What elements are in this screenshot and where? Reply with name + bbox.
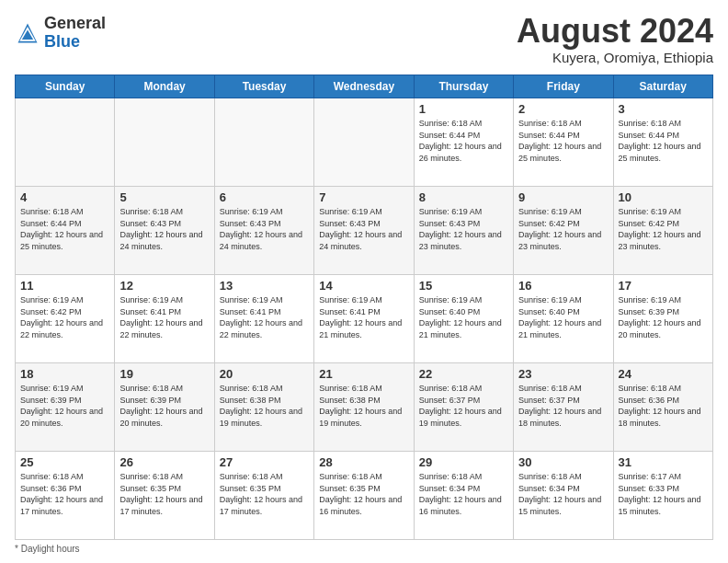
day-info: Sunrise: 6:18 AM Sunset: 6:38 PM Dayligh… xyxy=(319,383,408,429)
day-number: 24 xyxy=(619,367,708,381)
calendar-cell-20: 17Sunrise: 6:19 AM Sunset: 6:39 PM Dayli… xyxy=(613,275,712,363)
day-info: Sunrise: 6:19 AM Sunset: 6:43 PM Dayligh… xyxy=(419,206,508,252)
day-number: 19 xyxy=(119,367,209,381)
calendar-cell-4: 1Sunrise: 6:18 AM Sunset: 6:44 PM Daylig… xyxy=(414,98,513,187)
calendar-cell-0 xyxy=(16,98,115,187)
day-number: 15 xyxy=(419,279,508,293)
day-number: 5 xyxy=(119,190,209,204)
calendar-cell-7: 4Sunrise: 6:18 AM Sunset: 6:44 PM Daylig… xyxy=(16,187,115,275)
day-number: 22 xyxy=(419,367,508,381)
calendar-header-wednesday: Wednesday xyxy=(314,75,414,98)
calendar-cell-15: 12Sunrise: 6:19 AM Sunset: 6:41 PM Dayli… xyxy=(115,275,214,363)
day-info: Sunrise: 6:19 AM Sunset: 6:41 PM Dayligh… xyxy=(220,294,309,340)
calendar-cell-34: 31Sunrise: 6:17 AM Sunset: 6:33 PM Dayli… xyxy=(613,452,712,540)
day-info: Sunrise: 6:18 AM Sunset: 6:44 PM Dayligh… xyxy=(20,206,109,252)
calendar-cell-22: 19Sunrise: 6:18 AM Sunset: 6:39 PM Dayli… xyxy=(115,363,214,452)
day-number: 9 xyxy=(518,190,608,204)
calendar-cell-13: 10Sunrise: 6:19 AM Sunset: 6:42 PM Dayli… xyxy=(613,187,712,275)
day-number: 6 xyxy=(220,190,309,204)
day-number: 13 xyxy=(220,279,309,293)
logo-text: General Blue xyxy=(44,15,106,52)
day-number: 30 xyxy=(518,455,608,469)
day-info: Sunrise: 6:18 AM Sunset: 6:44 PM Dayligh… xyxy=(619,118,708,164)
logo-icon xyxy=(15,20,40,46)
day-number: 21 xyxy=(319,367,408,381)
day-number: 8 xyxy=(419,190,508,204)
calendar-cell-3 xyxy=(314,98,414,187)
calendar-header-row: SundayMondayTuesdayWednesdayThursdayFrid… xyxy=(16,75,713,98)
day-info: Sunrise: 6:18 AM Sunset: 6:44 PM Dayligh… xyxy=(419,118,508,164)
day-number: 2 xyxy=(518,102,608,116)
location: Kuyera, Oromiya, Ethiopia xyxy=(517,50,713,65)
calendar-cell-26: 23Sunrise: 6:18 AM Sunset: 6:37 PM Dayli… xyxy=(514,363,613,452)
day-info: Sunrise: 6:18 AM Sunset: 6:37 PM Dayligh… xyxy=(518,383,608,429)
day-number: 27 xyxy=(220,455,309,469)
day-number: 29 xyxy=(419,455,508,469)
day-number: 26 xyxy=(119,455,209,469)
logo: General Blue xyxy=(15,15,106,52)
day-info: Sunrise: 6:19 AM Sunset: 6:43 PM Dayligh… xyxy=(319,206,408,252)
calendar-cell-1 xyxy=(115,98,214,187)
logo-general: General xyxy=(44,14,106,32)
day-info: Sunrise: 6:19 AM Sunset: 6:39 PM Dayligh… xyxy=(619,294,708,340)
day-number: 4 xyxy=(20,190,109,204)
day-info: Sunrise: 6:19 AM Sunset: 6:42 PM Dayligh… xyxy=(20,294,109,340)
calendar-cell-31: 28Sunrise: 6:18 AM Sunset: 6:35 PM Dayli… xyxy=(314,452,414,540)
day-info: Sunrise: 6:19 AM Sunset: 6:42 PM Dayligh… xyxy=(518,206,608,252)
calendar-cell-23: 20Sunrise: 6:18 AM Sunset: 6:38 PM Dayli… xyxy=(214,363,313,452)
calendar-header-monday: Monday xyxy=(115,75,214,98)
calendar-cell-32: 29Sunrise: 6:18 AM Sunset: 6:34 PM Dayli… xyxy=(414,452,513,540)
calendar-week-4: 18Sunrise: 6:19 AM Sunset: 6:39 PM Dayli… xyxy=(16,363,713,452)
day-number: 31 xyxy=(619,455,708,469)
calendar-cell-10: 7Sunrise: 6:19 AM Sunset: 6:43 PM Daylig… xyxy=(314,187,414,275)
calendar-cell-30: 27Sunrise: 6:18 AM Sunset: 6:35 PM Dayli… xyxy=(214,452,313,540)
page: General Blue August 2024 Kuyera, Oromiya… xyxy=(0,0,728,563)
day-info: Sunrise: 6:18 AM Sunset: 6:34 PM Dayligh… xyxy=(518,471,608,517)
title-block: August 2024 Kuyera, Oromiya, Ethiopia xyxy=(517,15,713,65)
day-info: Sunrise: 6:18 AM Sunset: 6:36 PM Dayligh… xyxy=(619,383,708,429)
footer-note: * Daylight hours xyxy=(15,544,713,554)
day-number: 18 xyxy=(20,367,109,381)
calendar-cell-12: 9Sunrise: 6:19 AM Sunset: 6:42 PM Daylig… xyxy=(514,187,613,275)
calendar-cell-11: 8Sunrise: 6:19 AM Sunset: 6:43 PM Daylig… xyxy=(414,187,513,275)
calendar-header-thursday: Thursday xyxy=(414,75,513,98)
calendar-week-3: 11Sunrise: 6:19 AM Sunset: 6:42 PM Dayli… xyxy=(16,275,713,363)
calendar-table: SundayMondayTuesdayWednesdayThursdayFrid… xyxy=(15,75,713,540)
day-info: Sunrise: 6:18 AM Sunset: 6:34 PM Dayligh… xyxy=(419,471,508,517)
calendar-header-saturday: Saturday xyxy=(613,75,712,98)
calendar-cell-9: 6Sunrise: 6:19 AM Sunset: 6:43 PM Daylig… xyxy=(214,187,313,275)
day-info: Sunrise: 6:18 AM Sunset: 6:35 PM Dayligh… xyxy=(319,471,408,517)
calendar-cell-25: 22Sunrise: 6:18 AM Sunset: 6:37 PM Dayli… xyxy=(414,363,513,452)
calendar-week-1: 1Sunrise: 6:18 AM Sunset: 6:44 PM Daylig… xyxy=(16,98,713,187)
day-number: 17 xyxy=(619,279,708,293)
day-info: Sunrise: 6:19 AM Sunset: 6:40 PM Dayligh… xyxy=(419,294,508,340)
calendar-week-5: 25Sunrise: 6:18 AM Sunset: 6:36 PM Dayli… xyxy=(16,452,713,540)
calendar-header-friday: Friday xyxy=(514,75,613,98)
day-info: Sunrise: 6:19 AM Sunset: 6:40 PM Dayligh… xyxy=(518,294,608,340)
calendar-cell-14: 11Sunrise: 6:19 AM Sunset: 6:42 PM Dayli… xyxy=(16,275,115,363)
day-number: 14 xyxy=(319,279,408,293)
day-number: 10 xyxy=(619,190,708,204)
day-number: 23 xyxy=(518,367,608,381)
calendar-cell-18: 15Sunrise: 6:19 AM Sunset: 6:40 PM Dayli… xyxy=(414,275,513,363)
day-info: Sunrise: 6:18 AM Sunset: 6:43 PM Dayligh… xyxy=(119,206,209,252)
day-info: Sunrise: 6:17 AM Sunset: 6:33 PM Dayligh… xyxy=(619,471,708,517)
day-number: 3 xyxy=(619,102,708,116)
day-info: Sunrise: 6:18 AM Sunset: 6:44 PM Dayligh… xyxy=(518,118,608,164)
month-year: August 2024 xyxy=(517,15,713,48)
footer-note-text: Daylight hours xyxy=(21,544,80,554)
day-number: 25 xyxy=(20,455,109,469)
day-number: 7 xyxy=(319,190,408,204)
day-info: Sunrise: 6:19 AM Sunset: 6:43 PM Dayligh… xyxy=(220,206,309,252)
day-info: Sunrise: 6:18 AM Sunset: 6:36 PM Dayligh… xyxy=(20,471,109,517)
calendar-cell-24: 21Sunrise: 6:18 AM Sunset: 6:38 PM Dayli… xyxy=(314,363,414,452)
day-number: 28 xyxy=(319,455,408,469)
calendar-cell-5: 2Sunrise: 6:18 AM Sunset: 6:44 PM Daylig… xyxy=(514,98,613,187)
calendar-cell-33: 30Sunrise: 6:18 AM Sunset: 6:34 PM Dayli… xyxy=(514,452,613,540)
day-info: Sunrise: 6:18 AM Sunset: 6:39 PM Dayligh… xyxy=(119,383,209,429)
day-info: Sunrise: 6:19 AM Sunset: 6:41 PM Dayligh… xyxy=(119,294,209,340)
calendar-cell-17: 14Sunrise: 6:19 AM Sunset: 6:41 PM Dayli… xyxy=(314,275,414,363)
day-number: 11 xyxy=(20,279,109,293)
calendar-cell-27: 24Sunrise: 6:18 AM Sunset: 6:36 PM Dayli… xyxy=(613,363,712,452)
calendar-cell-2 xyxy=(214,98,313,187)
